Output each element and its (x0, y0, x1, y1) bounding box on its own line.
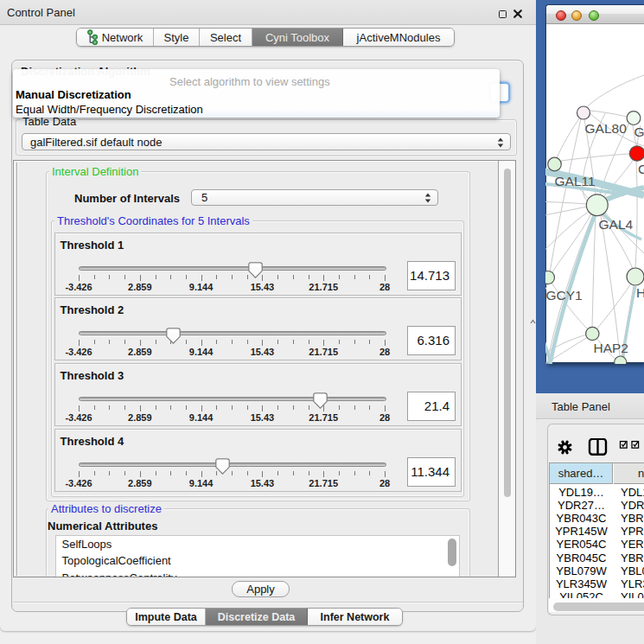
svg-text:GAL4: GAL4 (599, 217, 634, 232)
svg-text:H: H (636, 285, 644, 300)
svg-text:G..: G.. (634, 124, 644, 139)
svg-text:GAL11: GAL11 (555, 174, 596, 188)
svg-text:HAP2: HAP2 (594, 341, 629, 355)
svg-text:GCY1: GCY1 (546, 288, 583, 303)
svg-text:C: C (638, 162, 644, 176)
svg-text:GAL80: GAL80 (585, 121, 628, 136)
